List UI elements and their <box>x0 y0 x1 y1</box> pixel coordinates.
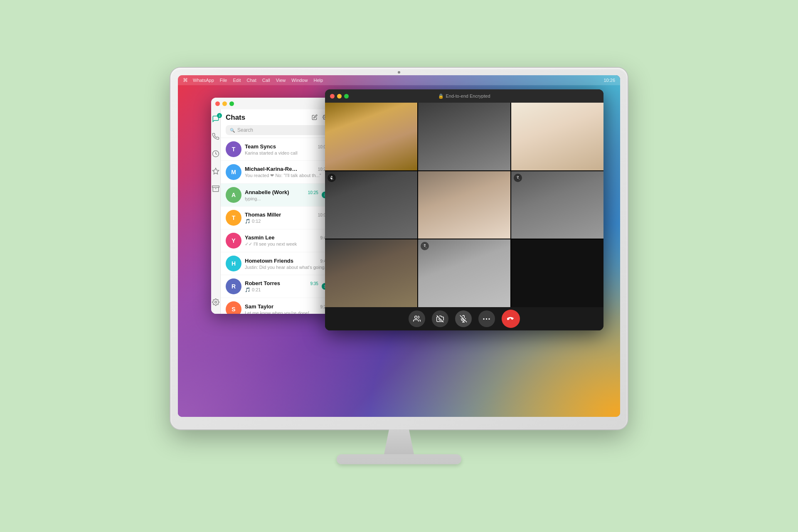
new-chat-icon[interactable] <box>312 114 318 121</box>
wa-chat-title-row: Chats <box>226 113 328 122</box>
monitor-stand-neck <box>374 429 424 454</box>
vc-close-button[interactable] <box>330 94 335 99</box>
wa-chat-header: Chats <box>221 109 332 138</box>
monitor-screen: ⌘ WhatsApp File Edit Chat Call View Wind… <box>178 75 620 417</box>
menu-edit[interactable]: Edit <box>233 78 241 83</box>
svg-point-11 <box>415 316 417 318</box>
wa-icon-rail: 3 <box>211 109 221 314</box>
more-options-button[interactable]: ··· <box>478 310 495 327</box>
chat-list-item[interactable]: YYasmin Lee9:46✓✓ I'll see you next week <box>221 229 332 252</box>
vc-controls: ··· <box>325 307 603 330</box>
chat-info: Annabelle (Work)10:25typing... <box>245 189 318 201</box>
chat-info: Michael-Karina-Rebecca10:26You reacted ❤… <box>245 166 328 178</box>
participant-1-video <box>325 103 417 170</box>
participant-6-mic-off <box>514 174 522 182</box>
chat-list-item[interactable]: HHometown Friends9:41Justin: Did you hea… <box>221 252 332 275</box>
chat-info: Hometown Friends9:41Justin: Did you hear… <box>245 258 328 270</box>
wa-chat-panel: Chats <box>221 109 332 314</box>
vc-participant-8 <box>418 239 510 307</box>
menu-file[interactable]: File <box>220 78 227 83</box>
chat-list-item[interactable]: RRobert Torres9:35🎵 0:211 <box>221 275 332 298</box>
close-button[interactable] <box>215 101 220 106</box>
wa-nav-calls[interactable] <box>211 132 220 141</box>
chat-preview: typing... <box>245 196 318 201</box>
vc-maximize-button[interactable] <box>344 94 349 99</box>
vc-participant-2 <box>418 103 510 170</box>
wa-nav-chats[interactable]: 3 <box>211 114 220 123</box>
wa-titlebar <box>211 98 332 109</box>
menu-call[interactable]: Call <box>262 78 270 83</box>
chat-time: 10:25 <box>308 190 318 195</box>
svg-marker-1 <box>213 168 219 174</box>
chat-list-item[interactable]: MMichael-Karina-Rebecca10:26You reacted … <box>221 161 332 184</box>
chat-preview: 🎵 0:12 <box>245 219 328 224</box>
maximize-button[interactable] <box>229 101 234 106</box>
chat-info: Team Syncs10:01Karina started a video ca… <box>245 143 328 155</box>
chat-avatar: S <box>226 301 241 314</box>
menu-help[interactable]: Help <box>313 78 323 83</box>
chat-list-item[interactable]: AAnnabelle (Work)10:25typing...3 <box>221 184 332 207</box>
svg-point-4 <box>215 301 217 303</box>
vc-participant-5 <box>418 171 510 239</box>
vc-participant-4 <box>325 171 417 239</box>
chat-info: Yasmin Lee9:46✓✓ I'll see you next week <box>245 234 328 247</box>
vc-title-text: End-to-end Encrypted <box>446 94 490 99</box>
chat-name: Thomas Miller <box>245 212 281 218</box>
vc-participant-1 <box>325 103 417 170</box>
apple-menu[interactable]: ⌘ <box>183 77 188 83</box>
menu-bar-right: 10:26 <box>603 78 615 83</box>
chat-preview: Karina started a video call <box>245 150 328 155</box>
video-toggle-button[interactable] <box>432 310 448 327</box>
menu-window[interactable]: Window <box>291 78 308 83</box>
chat-avatar: T <box>226 210 241 226</box>
chat-name: Yasmin Lee <box>245 234 275 241</box>
chat-preview: Let me know when you're done! <box>245 310 328 314</box>
chat-name: Robert Torres <box>245 280 280 286</box>
chat-name: Hometown Friends <box>245 258 293 264</box>
chats-badge: 3 <box>217 113 222 118</box>
chat-avatar: Y <box>226 233 241 249</box>
wa-chats-title: Chats <box>226 113 245 122</box>
chat-info: Thomas Miller10:04🎵 0:12 <box>245 212 328 224</box>
chat-name: Sam Taylor <box>245 303 273 310</box>
svg-rect-2 <box>212 186 219 187</box>
wa-nav-starred[interactable] <box>211 167 220 176</box>
chat-info: Sam Taylor9:24Let me know when you're do… <box>245 303 328 314</box>
mute-button[interactable] <box>455 310 472 327</box>
participant-7-video <box>325 239 417 307</box>
monitor-wrapper: ⌘ WhatsApp File Edit Chat Call View Wind… <box>170 68 628 464</box>
chat-preview: 🎵 0:21 <box>245 287 318 293</box>
chat-preview: Justin: Did you hear about what's going.… <box>245 265 328 270</box>
lock-icon: 🔒 <box>438 94 444 99</box>
wa-search-bar[interactable]: 🔍 Search <box>226 125 328 135</box>
chat-avatar: M <box>226 164 241 180</box>
windows-container: 3 <box>178 85 620 417</box>
wa-nav-status[interactable] <box>211 149 220 158</box>
svg-line-12 <box>437 315 444 323</box>
chat-list-item[interactable]: SSam Taylor9:24Let me know when you're d… <box>221 298 332 314</box>
end-call-button[interactable] <box>502 310 520 328</box>
vc-minimize-button[interactable] <box>337 94 342 99</box>
menu-chat[interactable]: Chat <box>246 78 256 83</box>
participant-4-mic-off <box>328 174 336 182</box>
wa-nav-settings[interactable] <box>211 300 220 309</box>
video-call-window: 🔒 End-to-end Encrypted <box>325 89 603 330</box>
chat-list-item[interactable]: TThomas Miller10:04🎵 0:12 <box>221 207 332 229</box>
camera-dot <box>398 71 400 74</box>
vc-empty-cell <box>511 239 603 307</box>
chat-preview: ✓✓ I'll see you next week <box>245 241 328 247</box>
participant-3-video <box>511 103 603 170</box>
vc-participant-grid <box>325 103 603 307</box>
chat-avatar: H <box>226 256 241 271</box>
participants-button[interactable] <box>409 310 425 327</box>
chat-list-item[interactable]: TTeam Syncs10:01Karina started a video c… <box>221 138 332 161</box>
menu-view[interactable]: View <box>276 78 286 83</box>
chat-avatar: T <box>226 141 241 157</box>
participant-2-video <box>418 103 510 170</box>
wa-nav-archived[interactable] <box>211 184 220 193</box>
vc-participant-3 <box>511 103 603 170</box>
minimize-button[interactable] <box>222 101 227 106</box>
menu-app-name[interactable]: WhatsApp <box>193 78 214 83</box>
search-icon: 🔍 <box>230 128 235 133</box>
vc-title: 🔒 End-to-end Encrypted <box>438 94 490 99</box>
